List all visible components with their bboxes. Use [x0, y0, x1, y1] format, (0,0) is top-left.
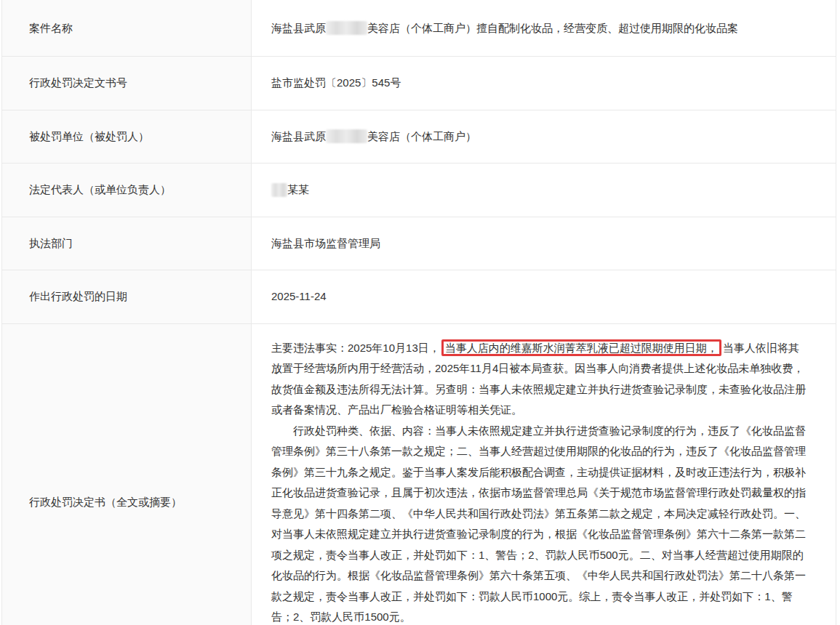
table-row: 行政处罚决定文书号盐市监处罚〔2025〕545号 — [2, 57, 836, 110]
decision-paragraph: 行政处罚种类、依据、内容：当事人未依照规定建立并执行进货查验记录制度的行为，违反… — [271, 421, 809, 625]
row-value: 海盐县武原美容店（个体工商户）擅自配制化妆品，经营变质、超过使用期限的化妆品案 — [252, 0, 836, 56]
table-row: 执法部门海盐县市场监督管理局 — [2, 217, 836, 271]
redacted-block — [326, 129, 367, 143]
redacted-block — [326, 21, 367, 35]
table-row: 法定代表人（或单位负责人）某某 — [2, 164, 836, 217]
value-text: 某某 — [287, 181, 309, 198]
row-label: 案件名称 — [2, 0, 252, 56]
row-label: 行政处罚决定书（全文或摘要） — [2, 324, 252, 625]
row-value: 主要违法事实：2025年10月13日，当事人店内的维嘉斯水润菁萃乳液已超过限期使… — [252, 324, 836, 625]
row-value: 盐市监处罚〔2025〕545号 — [252, 57, 836, 110]
row-label: 执法部门 — [2, 217, 252, 270]
row-value: 某某 — [252, 164, 836, 217]
row-label: 作出行政处罚的日期 — [2, 270, 252, 323]
table-row: 作出行政处罚的日期2025-11-24 — [2, 270, 836, 324]
highlight-box: 当事人店内的维嘉斯水润菁萃乳液已超过限期使用日期， — [441, 339, 721, 356]
row-label: 法定代表人（或单位负责人） — [2, 164, 252, 217]
value-text: 美容店（个体工商户） — [367, 128, 476, 145]
row-value: 海盐县市场监督管理局 — [252, 217, 836, 270]
table-row: 案件名称海盐县武原美容店（个体工商户）擅自配制化妆品，经营变质、超过使用期限的化… — [2, 0, 836, 57]
table-row: 被处罚单位（被处罚人）海盐县武原美容店（个体工商户） — [2, 110, 836, 164]
value-text: 海盐县武原 — [271, 128, 326, 145]
row-value: 海盐县武原美容店（个体工商户） — [252, 110, 836, 164]
value-text: 海盐县武原 — [271, 20, 326, 37]
value-text: 2025-11-24 — [271, 288, 327, 305]
decision-paragraph: 主要违法事实：2025年10月13日，当事人店内的维嘉斯水润菁萃乳液已超过限期使… — [271, 338, 809, 421]
redacted-block — [271, 183, 287, 197]
penalty-info-table: 案件名称海盐县武原美容店（个体工商户）擅自配制化妆品，经营变质、超过使用期限的化… — [1, 0, 836, 625]
value-text: 美容店（个体工商户）擅自配制化妆品，经营变质、超过使用期限的化妆品案 — [367, 20, 738, 37]
value-text: 盐市监处罚〔2025〕545号 — [271, 74, 401, 92]
value-text: 行政处罚种类、依据、内容：当事人未依照规定建立并执行进货查验记录制度的行为，违反… — [271, 424, 806, 624]
value-text: 主要违法事实：2025年10月13日， — [271, 342, 440, 354]
row-value: 2025-11-24 — [252, 270, 836, 323]
row-label: 被处罚单位（被处罚人） — [2, 110, 252, 164]
value-text: 海盐县市场监督管理局 — [271, 235, 380, 252]
row-label: 行政处罚决定文书号 — [2, 57, 252, 110]
table-row: 行政处罚决定书（全文或摘要）主要违法事实：2025年10月13日，当事人店内的维… — [2, 324, 836, 625]
